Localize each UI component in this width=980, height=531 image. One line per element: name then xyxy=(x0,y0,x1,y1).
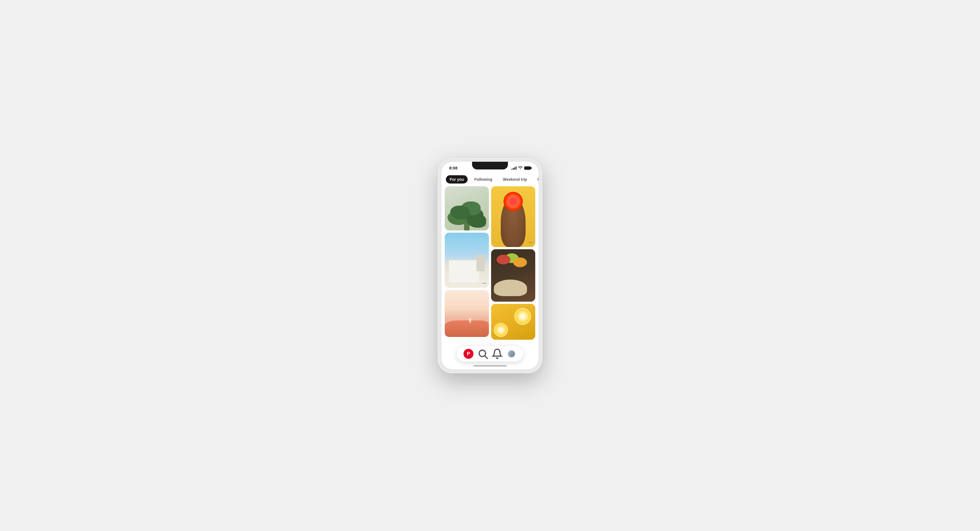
avatar[interactable] xyxy=(508,350,515,358)
bell-icon xyxy=(492,348,503,359)
bottom-nav: P xyxy=(457,346,523,362)
pin-house-image xyxy=(445,233,489,288)
status-icons xyxy=(512,166,531,170)
pin-lemon-image xyxy=(491,304,535,340)
pin-more-options[interactable]: ··· xyxy=(529,241,533,245)
pin-card-plant[interactable]: ··· xyxy=(445,186,489,230)
nav-search[interactable] xyxy=(477,348,488,359)
pin-food-image xyxy=(491,249,535,301)
right-pin-column: ··· ··· xyxy=(491,186,535,365)
left-pin-column: ··· ··· xyxy=(445,186,489,365)
wifi-icon xyxy=(518,166,523,170)
signal-icon xyxy=(512,166,517,170)
pin-more-options[interactable]: ··· xyxy=(482,281,487,285)
phone-notch xyxy=(472,162,508,169)
pin-more-options[interactable]: ··· xyxy=(482,224,487,228)
tab-new-k[interactable]: New k xyxy=(534,175,539,183)
signal-bar-4 xyxy=(515,166,517,170)
battery-icon xyxy=(524,166,531,170)
signal-bar-2 xyxy=(513,168,514,170)
phone-screen: 8:08 xyxy=(441,162,539,369)
pin-grid: ··· ··· ··· xyxy=(441,186,539,365)
pin-card-house[interactable]: ··· xyxy=(445,233,489,288)
category-tabs[interactable]: For you Following Weekend trip New k xyxy=(441,172,539,186)
content-area: For you Following Weekend trip New k ···… xyxy=(441,172,539,365)
tab-weekend-trip[interactable]: Weekend trip xyxy=(499,175,531,183)
nav-profile[interactable] xyxy=(506,348,517,359)
search-icon xyxy=(477,348,488,359)
pin-woman-image xyxy=(491,186,535,247)
tab-following[interactable]: Following xyxy=(471,175,496,183)
pin-desert-image xyxy=(445,290,489,337)
svg-line-1 xyxy=(485,356,487,359)
pin-more-options[interactable]: ··· xyxy=(529,295,533,300)
nav-home[interactable]: P xyxy=(463,348,474,359)
home-indicator xyxy=(473,365,507,367)
status-time: 8:08 xyxy=(449,166,457,170)
pinterest-logo[interactable]: P xyxy=(463,349,473,359)
phone-mockup: 8:08 xyxy=(438,158,542,373)
nav-notifications[interactable] xyxy=(492,348,503,359)
signal-bar-3 xyxy=(514,167,515,170)
signal-bar-1 xyxy=(512,169,512,170)
pin-card-woman[interactable]: ··· xyxy=(491,186,535,247)
tab-for-you[interactable]: For you xyxy=(446,175,468,183)
pin-card-food[interactable]: ··· xyxy=(491,249,535,301)
pin-card-desert[interactable] xyxy=(445,290,489,337)
pin-card-lemon[interactable] xyxy=(491,304,535,340)
